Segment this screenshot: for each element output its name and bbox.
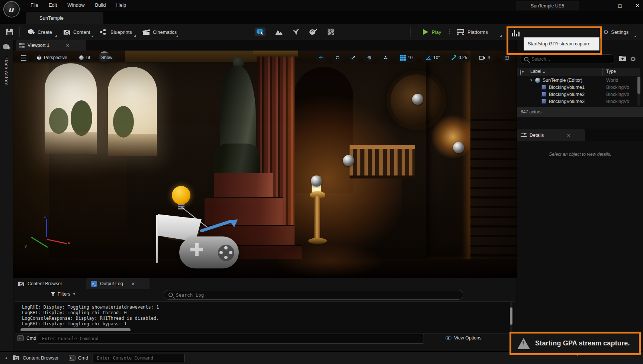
gpa-toast-notification: Starting GPA stream capture. [511, 334, 639, 353]
filter-funnel-icon [51, 292, 55, 296]
world-coordinate-icon[interactable] [364, 53, 375, 62]
viewport-tab[interactable]: Viewport 1 ✕ [16, 40, 86, 51]
viewport-3d-scene[interactable]: y x z [13, 51, 517, 278]
outliner-row-world[interactable]: ▼ SunTemple (Editor) World [517, 77, 640, 84]
minimize-button[interactable]: – [594, 1, 605, 10]
console-cmd-selector[interactable]: >_ Cmd [17, 335, 36, 341]
bottom-dock-panel: Content Browser >_ Output Log ✕ Filters … [13, 278, 517, 351]
scale-snap-toggle[interactable]: 0.25 [448, 53, 471, 62]
fracture-mode-icon[interactable] [326, 28, 336, 36]
statusbar-console-input[interactable] [93, 354, 185, 362]
outliner-scrollbar[interactable] [637, 77, 640, 94]
output-log-tab[interactable]: >_ Output Log ✕ [86, 278, 150, 289]
place-actors-tab[interactable]: Place Actors [4, 57, 9, 86]
place-actors-icon[interactable] [2, 43, 11, 53]
save-icon[interactable] [5, 28, 14, 38]
search-icon [168, 293, 173, 297]
log-line: LogRHI: Display: Toggling rhi bypass: 1 [22, 321, 127, 326]
statusbar-content-browser[interactable]: Content Browser [23, 355, 59, 361]
view-options-label: View Options [454, 335, 481, 341]
cmd-terminal-icon: >_ [17, 335, 24, 341]
outliner-row-label: SunTemple (Editor) [543, 78, 582, 83]
grid-snap-toggle[interactable]: 10 [396, 53, 416, 62]
details-sliders-icon [521, 133, 527, 138]
details-close-icon[interactable]: ✕ [567, 133, 570, 138]
viewport-tab-close-icon[interactable]: ✕ [66, 43, 70, 48]
grid-snap-value: 10 [408, 55, 412, 60]
details-tab[interactable]: Details ✕ [517, 129, 585, 141]
output-log-close-icon[interactable]: ✕ [131, 281, 135, 287]
menu-build[interactable]: Build [90, 0, 111, 10]
create-button[interactable]: Create [26, 26, 54, 38]
viewport-menu-icon[interactable] [19, 53, 29, 63]
play-options-kebab-icon[interactable]: ⋮ [447, 28, 453, 35]
scale-tool-icon[interactable] [348, 53, 359, 62]
rotate-tool-icon[interactable] [332, 53, 343, 62]
outliner-row[interactable]: BlockingVolume2 BlockingVo [517, 91, 640, 98]
console-command-input[interactable] [38, 334, 424, 344]
output-log-icon: >_ [91, 281, 97, 287]
close-button[interactable]: ✕ [632, 1, 643, 10]
outliner-search-field[interactable] [520, 54, 615, 64]
outliner-row-label: BlockingVolume1 [549, 85, 585, 90]
show-dropdown[interactable]: Show [97, 53, 116, 62]
outliner-settings-gear-icon[interactable]: ⚙ [630, 55, 636, 63]
foliage-mode-icon[interactable] [291, 28, 301, 36]
cinematics-button[interactable]: Cinematics [141, 26, 178, 38]
gpa-toast-message: Starting GPA stream capture. [535, 339, 630, 347]
outliner-row[interactable]: BlockingVolume1 BlockingVo [517, 84, 640, 91]
surface-snap-icon[interactable] [380, 53, 391, 62]
menu-edit[interactable]: Edit [44, 0, 62, 10]
translate-tool-icon[interactable] [315, 53, 327, 62]
unreal-logo-icon[interactable]: u [3, 1, 20, 17]
play-button[interactable]: Play [420, 26, 443, 38]
log-horizontal-scrollbar[interactable] [20, 328, 131, 331]
perspective-dropdown[interactable]: Perspective [33, 53, 71, 62]
outliner-row[interactable]: BlockingVolume3 BlockingVo [517, 98, 640, 105]
camera-icon [479, 55, 486, 60]
play-icon [422, 28, 429, 36]
view-options-dropdown[interactable]: View Options [446, 335, 481, 341]
scene-pedestal-mid [205, 198, 283, 228]
expand-content-drawer-icon[interactable]: ▲ [4, 356, 8, 360]
platforms-label: Platforms [467, 29, 488, 35]
blueprints-button[interactable]: Blueprints [98, 26, 134, 38]
outliner-search-input[interactable] [531, 57, 615, 62]
log-output-area[interactable]: LogRHI: Display: Toggling showmaterialdr… [15, 301, 515, 334]
visibility-column-eye-icon[interactable] [520, 70, 521, 75]
play-label: Play [432, 29, 441, 35]
statusbar-cmd-icon: >_ [69, 355, 75, 361]
lit-dropdown[interactable]: Lit [75, 53, 94, 62]
settings-button[interactable]: ⚙ Settings [602, 26, 630, 38]
landscape-mode-icon[interactable] [274, 28, 284, 36]
camera-speed-toggle[interactable]: 4 [476, 53, 494, 62]
log-vertical-scrollbar[interactable] [510, 307, 512, 325]
content-browser-tab[interactable]: Content Browser [13, 278, 67, 289]
filters-label: Filters [58, 291, 70, 297]
search-log-input[interactable] [176, 292, 459, 298]
select-mode-icon[interactable] [255, 28, 266, 36]
maximize-button[interactable]: ◻ [614, 1, 626, 10]
scene-sphere-widget [343, 155, 354, 166]
outliner-header-row: Label ▲ Type [517, 68, 640, 76]
content-button[interactable]: Content [62, 26, 92, 38]
filters-dropdown[interactable]: Filters ▼ [51, 291, 76, 297]
actor-count-label: 647 actors [521, 109, 541, 115]
rotation-snap-toggle[interactable]: 10° [422, 53, 444, 62]
type-column-header[interactable]: Type [606, 69, 616, 74]
menu-help[interactable]: Help [111, 0, 132, 10]
tab-project-suntemple[interactable]: SunTemple [26, 12, 103, 24]
output-log-tab-label: Output Log [100, 281, 123, 286]
platforms-gamepad-icon [456, 29, 465, 35]
label-column-header[interactable]: Label ▲ [530, 69, 546, 74]
menu-file[interactable]: File [25, 0, 44, 10]
actor-count-bar: 647 actors [517, 107, 643, 117]
platforms-button[interactable]: Platforms [454, 26, 489, 38]
scene-balustrade [350, 145, 415, 178]
search-log-field[interactable] [164, 290, 463, 300]
chevron-down-icon[interactable]: ▼ [530, 78, 533, 82]
new-folder-icon[interactable] [619, 55, 626, 63]
mesh-paint-mode-icon[interactable] [308, 28, 318, 36]
cmd-label: Cmd [26, 336, 36, 341]
menu-window[interactable]: Window [62, 0, 90, 10]
